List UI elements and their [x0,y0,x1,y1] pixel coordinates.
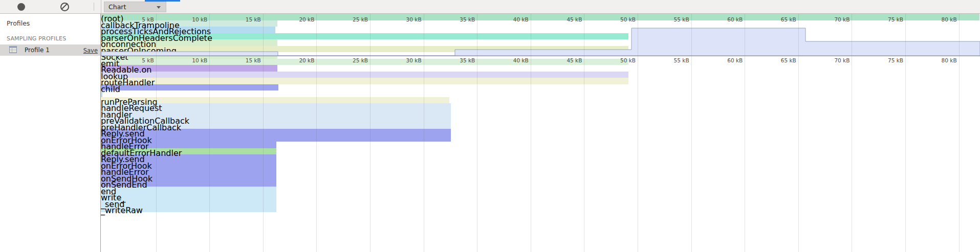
save-profile-link[interactable]: Save [83,47,98,54]
ruler-bottom-label: 25 kB [332,57,368,63]
ruler-bottom-label: 30 kB [386,57,422,63]
gridline [905,14,906,252]
ruler-top-label: 20 kB [278,16,314,22]
gridline [638,14,638,252]
ruler-top-label: 5 kB [118,16,154,22]
ruler-bottom-label: 65 kB [760,57,796,63]
gridline [156,14,157,252]
view-mode-value: Chart [108,3,126,11]
record-button[interactable] [13,0,29,13]
ruler-top-label: 75 kB [867,16,903,22]
gridline [798,14,799,252]
ruler-top-label: 65 kB [760,16,796,22]
gridline [852,14,852,252]
ruler-top-label: 70 kB [814,16,850,22]
chart-canvas: (root)callbackTrampolineprocessTicksAndR… [101,14,980,252]
clear-icon [60,3,69,11]
toolbar-separator [101,0,101,13]
gridline [370,14,371,252]
chevron-down-icon [157,6,161,9]
ruler-top-label: 30 kB [386,16,422,22]
gridline [745,14,745,252]
ruler-bottom-label: 80 kB [921,57,957,63]
gridline [263,14,264,252]
ruler-bottom-label: 75 kB [867,57,903,63]
gridline [584,14,584,252]
ruler-top-label: 55 kB [654,16,689,22]
overview-silhouette [101,28,980,56]
ruler-top-label: 15 kB [225,16,261,22]
record-icon [17,3,25,11]
ruler-bottom-label: 35 kB [439,57,475,63]
ruler-bottom-label: 20 kB [278,57,314,63]
overview-graph[interactable] [101,14,980,252]
view-mode-dropdown[interactable]: Chart [104,2,166,12]
ruler-bottom-label: 10 kB [171,57,207,63]
ruler-bottom-label: 45 kB [546,57,582,63]
gridline [959,14,960,252]
ruler-top-label: 25 kB [332,16,368,22]
gridline [209,14,210,252]
clear-button[interactable] [56,0,73,13]
ruler-top-label: 50 kB [600,16,636,22]
gridline [316,14,317,252]
profile-name: Profile 1 [25,47,50,54]
ruler-top-label: 40 kB [493,16,529,22]
ruler-top-label: 45 kB [546,16,582,22]
toolbar: Chart [0,0,980,14]
sidebar-section-label: SAMPLING PROFILES [7,35,66,42]
ruler-top-label: 80 kB [921,16,957,22]
toolbar-divider [94,3,94,11]
ruler-bottom-label: 55 kB [654,57,689,63]
gridline [691,14,692,252]
ruler-bottom-label: 40 kB [493,57,529,63]
profiles-sidebar: Profiles SAMPLING PROFILES Profile 1 Sav… [0,14,101,252]
gridline [531,14,531,252]
profile-grid-icon [9,46,17,53]
ruler-bottom-label: 5 kB [118,57,154,63]
gridline [424,14,424,252]
ruler-bottom-label: 60 kB [707,57,743,63]
ruler-bottom-label: 15 kB [225,57,261,63]
ruler-bottom-label: 50 kB [600,57,636,63]
memory-profiler-app: Chart Profiles SAMPLING PROFILES Profile… [0,0,980,252]
ruler-top-label: 10 kB [171,16,207,22]
ruler-top-label: 35 kB [439,16,475,22]
sidebar-heading: Profiles [7,19,30,27]
gridline [477,14,477,252]
sidebar-item-profile-1[interactable]: Profile 1 Save [0,44,100,56]
overview-baseline [101,56,980,56]
ruler-bottom-label: 70 kB [814,57,850,63]
active-tab-indicator [145,0,180,2]
ruler-top-label: 60 kB [707,16,743,22]
